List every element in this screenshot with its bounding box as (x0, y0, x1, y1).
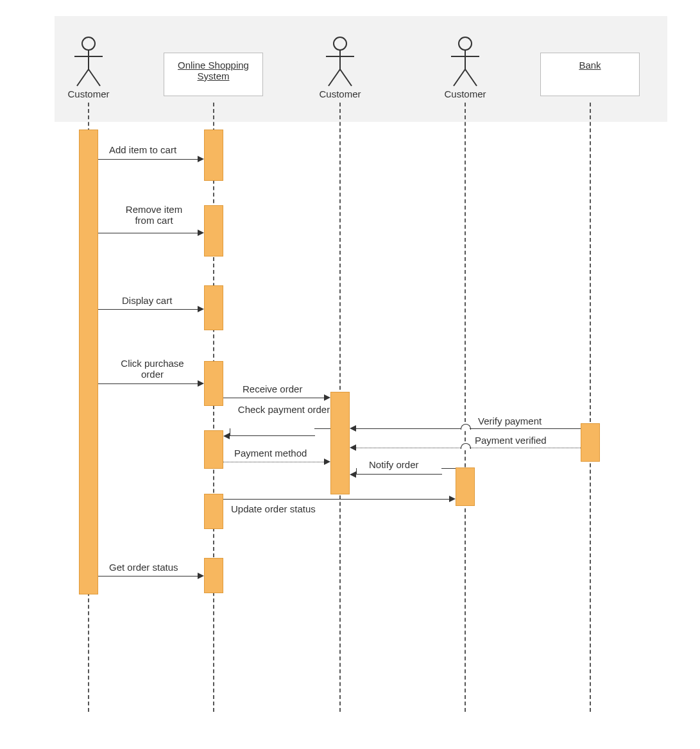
message-step (230, 428, 315, 436)
activation-bar (581, 423, 600, 462)
message-label: Click purchase order (115, 358, 189, 380)
message-arrow (223, 462, 324, 462)
actor-icon (71, 36, 107, 87)
lifeline (465, 103, 466, 712)
svg-point-10 (459, 37, 472, 50)
svg-line-4 (89, 69, 100, 86)
message-arrow (470, 448, 581, 448)
message-arrow (356, 428, 461, 429)
message-arrow (98, 233, 198, 233)
message-label: Update order status (231, 503, 316, 514)
message-arrow (98, 576, 198, 576)
message-arrow (441, 468, 456, 469)
message-label: Payment method (234, 448, 307, 459)
message-step (356, 468, 442, 475)
activation-bar (330, 392, 350, 494)
arrowhead-icon (350, 425, 356, 432)
participant-label: Online Shopping System (178, 60, 249, 81)
sequence-diagram: Customer Online Shopping System Customer… (0, 0, 700, 749)
svg-point-5 (334, 37, 346, 50)
message-arrow (98, 159, 198, 160)
participant-label: Bank (579, 60, 601, 71)
message-label: Remove item from cart (115, 204, 192, 226)
arrowhead-icon (350, 471, 356, 478)
activation-bar (204, 558, 223, 593)
message-label: Verify payment (478, 416, 542, 426)
actor-icon (322, 36, 358, 87)
arrowhead-icon (324, 394, 330, 401)
activation-bar (204, 285, 223, 330)
arrowhead-icon (198, 573, 204, 579)
activation-bar (456, 467, 475, 506)
svg-line-3 (77, 69, 89, 86)
activation-bar (204, 205, 223, 257)
activation-bar (79, 130, 98, 594)
activation-bar (204, 361, 223, 406)
svg-line-8 (329, 69, 340, 86)
activation-bar (204, 494, 223, 529)
message-arrow (470, 428, 581, 429)
arrowhead-icon (198, 156, 204, 162)
message-label: Display cart (122, 295, 172, 306)
arrowhead-icon (198, 380, 204, 387)
activation-bar (204, 430, 223, 469)
message-label: Get order status (109, 562, 178, 573)
message-label: Payment verified (475, 435, 547, 446)
arrowhead-icon (449, 496, 456, 502)
actor-icon (447, 36, 483, 87)
participant-box: Online Shopping System (164, 53, 263, 96)
arrowhead-icon (350, 444, 356, 451)
lifeline (590, 103, 591, 712)
arrowhead-icon (223, 433, 230, 439)
message-arrow (314, 428, 330, 429)
participant-label: Customer (314, 88, 366, 99)
message-arrow (223, 398, 324, 398)
message-label: Receive order (243, 383, 302, 394)
arrowhead-icon (324, 459, 330, 465)
participant-box: Bank (540, 53, 640, 96)
message-arrow (98, 383, 198, 384)
arrowhead-icon (198, 306, 204, 312)
svg-point-0 (82, 37, 95, 50)
message-arrow (98, 309, 198, 310)
activation-bar (204, 130, 223, 181)
lifeline (213, 103, 214, 712)
svg-line-13 (454, 69, 465, 86)
message-arrow (356, 448, 461, 448)
message-label: Check payment order (237, 404, 330, 415)
message-label: Add item to cart (109, 144, 176, 155)
message-arrow (223, 499, 449, 500)
participant-label: Customer (63, 88, 114, 99)
arrowhead-icon (198, 230, 204, 236)
svg-line-9 (340, 69, 352, 86)
participant-label: Customer (440, 88, 491, 99)
svg-line-14 (465, 69, 477, 86)
